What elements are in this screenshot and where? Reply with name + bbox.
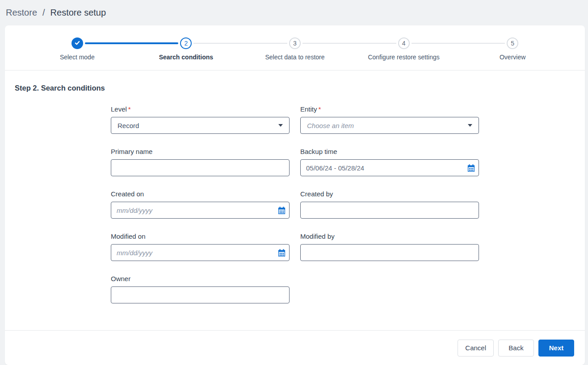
backup-time-field-group: Backup time	[300, 148, 479, 176]
step-5-circle[interactable]: 5	[507, 37, 518, 49]
entity-placeholder: Choose an item	[307, 122, 354, 129]
step-select-mode[interactable]: Select mode	[23, 37, 132, 61]
modified-by-input[interactable]	[301, 245, 479, 261]
step-content: Step 2. Search conditions Level* Record …	[5, 71, 585, 330]
check-icon	[74, 40, 80, 47]
created-on-label: Created on	[111, 190, 290, 198]
level-field-group: Level* Record	[111, 105, 290, 134]
modified-on-field-group: Modified on	[111, 232, 290, 261]
primary-name-box	[111, 159, 290, 176]
created-on-field-group: Created on	[111, 190, 290, 219]
chevron-down-icon	[468, 124, 472, 127]
created-on-input[interactable]	[111, 202, 274, 218]
step-4-number: 4	[402, 40, 406, 47]
modified-on-label: Modified on	[111, 232, 290, 240]
step-3-number: 3	[293, 40, 297, 47]
wizard-stepper: Select mode 2 Search conditions 3 Select…	[5, 25, 585, 71]
step-3-circle[interactable]: 3	[289, 37, 301, 49]
level-select[interactable]: Record	[111, 117, 290, 134]
wizard-footer: Cancel Back Next	[5, 330, 585, 365]
step-2-circle[interactable]: 2	[180, 37, 192, 49]
back-button[interactable]: Back	[498, 340, 534, 357]
backup-time-input[interactable]	[301, 160, 463, 176]
backup-time-box	[300, 159, 479, 176]
step-5-label: Overview	[500, 54, 525, 61]
calendar-icon[interactable]	[274, 202, 289, 218]
created-by-input[interactable]	[301, 202, 479, 218]
created-by-box	[300, 202, 479, 219]
step-search-conditions[interactable]: 2 Search conditions	[132, 37, 241, 61]
chevron-down-icon	[278, 124, 283, 127]
level-label: Level*	[111, 105, 290, 113]
owner-field-group: Owner	[111, 275, 290, 303]
created-on-box	[111, 202, 290, 219]
level-selected-value: Record	[118, 122, 139, 129]
cancel-button[interactable]: Cancel	[458, 340, 494, 357]
step-4-circle[interactable]: 4	[398, 37, 410, 49]
modified-by-label: Modified by	[300, 232, 479, 240]
search-conditions-form: Level* Record Entity* Choose an item Pri…	[111, 105, 575, 303]
step-3-label: Select data to restore	[265, 54, 324, 61]
step-2-label: Search conditions	[159, 54, 213, 61]
step-overview[interactable]: 5 Overview	[458, 37, 567, 61]
owner-label: Owner	[111, 275, 290, 282]
step-heading: Step 2. Search conditions	[15, 84, 575, 92]
next-button[interactable]: Next	[538, 340, 574, 357]
step-2-number: 2	[184, 40, 188, 47]
entity-field-group: Entity* Choose an item	[300, 105, 479, 134]
primary-name-label: Primary name	[111, 148, 290, 155]
restore-setup-card: Select mode 2 Search conditions 3 Select…	[5, 25, 585, 365]
calendar-icon[interactable]	[463, 160, 479, 176]
step-5-number: 5	[511, 40, 514, 47]
step-1-circle[interactable]	[71, 37, 83, 49]
calendar-icon[interactable]	[274, 245, 289, 261]
owner-box	[111, 286, 290, 303]
breadcrumb-current-page: Restore setup	[50, 8, 106, 18]
modified-by-field-group: Modified by	[300, 232, 479, 261]
entity-select[interactable]: Choose an item	[300, 117, 479, 134]
breadcrumb-restore-link[interactable]: Restore	[6, 8, 37, 18]
modified-by-box	[300, 244, 479, 261]
modified-on-box	[111, 244, 290, 261]
entity-label: Entity*	[300, 105, 479, 113]
breadcrumb-separator: /	[42, 8, 45, 18]
required-asterisk: *	[128, 105, 131, 113]
empty-grid-cell	[300, 275, 479, 303]
step-4-label: Configure restore settings	[368, 54, 439, 61]
step-select-data[interactable]: 3 Select data to restore	[240, 37, 349, 61]
required-asterisk: *	[319, 105, 321, 113]
step-configure-settings[interactable]: 4 Configure restore settings	[349, 37, 458, 61]
breadcrumb: Restore / Restore setup	[0, 0, 588, 25]
step-1-label: Select mode	[60, 54, 95, 61]
modified-on-input[interactable]	[111, 245, 274, 261]
created-by-label: Created by	[300, 190, 479, 198]
backup-time-label: Backup time	[300, 148, 479, 155]
primary-name-input[interactable]	[111, 160, 289, 176]
owner-input[interactable]	[111, 287, 289, 303]
created-by-field-group: Created by	[300, 190, 479, 219]
primary-name-field-group: Primary name	[111, 148, 290, 176]
